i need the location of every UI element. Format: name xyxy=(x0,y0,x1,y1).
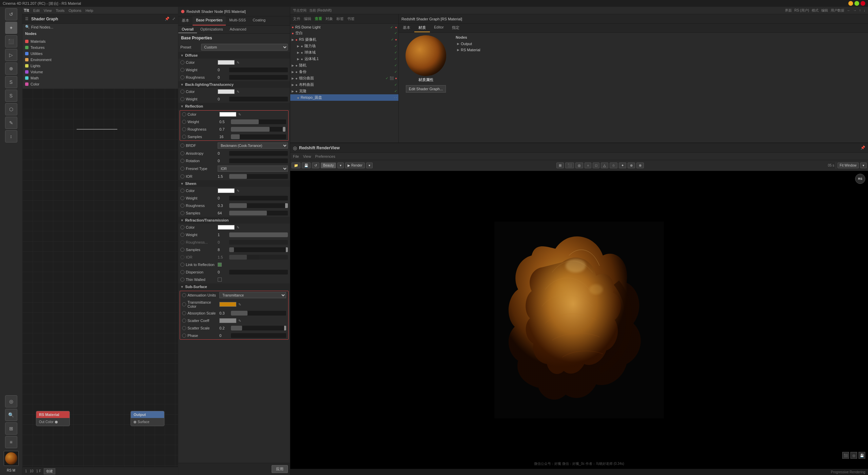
rotation-slider[interactable] xyxy=(229,158,288,163)
toolbar-btn-bottom-2[interactable]: 🔍 xyxy=(5,409,17,421)
ol-backup[interactable]: ▶ ● 备份 ✓ xyxy=(290,69,398,75)
refr-roughness-slider[interactable] xyxy=(229,240,288,245)
surface-port[interactable] xyxy=(134,421,136,423)
minimize-button[interactable] xyxy=(848,1,853,6)
back-lighting-section-header[interactable]: ▼ Back-lighting/Translucency xyxy=(178,81,290,88)
bl-color-swatch[interactable] xyxy=(218,89,235,94)
toolbar-btn-bottom-3[interactable]: ⊞ xyxy=(5,422,17,435)
toolbar-btn-7[interactable]: S xyxy=(5,90,17,102)
toolbar-btn-8[interactable]: ⬡ xyxy=(5,103,17,115)
node-type-textures[interactable]: Textures xyxy=(22,44,178,51)
bl-color-picker-icon[interactable]: ✎ xyxy=(236,90,240,94)
mat-tab-basic[interactable]: 基本 xyxy=(399,24,414,32)
node-type-utilities[interactable]: Utilities xyxy=(22,51,178,57)
user-data-btn[interactable]: 用户数据 xyxy=(831,8,844,13)
mode-btn[interactable]: 模式 xyxy=(812,8,818,13)
rv-bot-icon3[interactable]: 💾 xyxy=(859,452,865,459)
sub-surface-section-header[interactable]: ▼ Sub-Surface xyxy=(178,283,290,290)
outliner-content[interactable]: ● RS Dome Light ✓ ● ● 空白 ✓ ▶ ● RS 摄像机 xyxy=(290,24,398,142)
ref-color-swatch[interactable] xyxy=(219,112,236,117)
bl-weight-port[interactable] xyxy=(180,97,184,101)
dispersion-slider[interactable] xyxy=(229,270,288,274)
ol-sphere[interactable]: ▶ ● 球体域 ✓ xyxy=(290,49,398,56)
sheen-color-port[interactable] xyxy=(180,189,184,193)
rv-render-dropdown[interactable]: ▾ xyxy=(366,163,373,168)
refr-weight-port[interactable] xyxy=(180,233,184,237)
refr-color-swatch[interactable] xyxy=(218,225,235,230)
panel-pin-icon[interactable]: 📌 xyxy=(165,17,170,21)
sheen-weight-port[interactable] xyxy=(180,196,184,200)
toolbar-btn-6[interactable]: S xyxy=(5,76,17,88)
thin-walled-port[interactable] xyxy=(180,278,184,282)
scene-menu-file[interactable]: 文件 xyxy=(293,16,300,21)
ol-clone[interactable]: ▶ ● 克隆 ✓ xyxy=(290,88,398,94)
dispersion-port[interactable] xyxy=(180,270,184,274)
ol-far-field[interactable]: ▶ ● 远体域.1 ✓ xyxy=(290,56,398,62)
ref-samples-port[interactable] xyxy=(182,135,186,139)
sheen-roughness-port[interactable] xyxy=(180,204,184,208)
rv-bot-icon2[interactable]: ◎ xyxy=(850,452,857,459)
subtab-advanced[interactable]: Advanced xyxy=(226,26,250,33)
scatter-coeff-swatch[interactable] xyxy=(219,318,236,323)
refr-ior-port[interactable] xyxy=(180,255,184,259)
sheen-color-swatch[interactable] xyxy=(218,188,235,193)
ol-rs-dome-light[interactable]: ● RS Dome Light ✓ ● xyxy=(290,24,398,30)
menu-options[interactable]: Options xyxy=(68,8,81,13)
diffuse-color-swatch[interactable] xyxy=(218,60,235,65)
node-type-lights[interactable]: Lights xyxy=(22,63,178,69)
rv-icon-btn-5[interactable]: □ xyxy=(593,163,599,168)
toolbar-btn-9[interactable]: ✎ xyxy=(5,117,17,129)
node-type-materials[interactable]: Materials xyxy=(22,38,178,44)
transmittance-picker[interactable]: ✎ xyxy=(238,303,242,306)
ior-slider[interactable] xyxy=(229,174,288,179)
menu-tools[interactable]: Tools xyxy=(56,8,65,13)
ref-weight-slider[interactable] xyxy=(231,119,286,124)
scatter-scale-port[interactable] xyxy=(182,326,186,330)
diffuse-section-header[interactable]: ▼ Diffuse xyxy=(178,52,290,59)
render-canvas[interactable]: 微信公众号：好魔 微信：好魔_0c 作者：马晓好老师 (0.34s) RS ⬛ … xyxy=(290,171,868,469)
diffuse-weight-port[interactable] xyxy=(180,68,184,72)
refr-samples-port[interactable] xyxy=(180,248,184,252)
reflection-section-header[interactable]: ▼ Reflection xyxy=(178,103,290,110)
edit-btn[interactable]: 编辑 xyxy=(821,8,828,13)
ref-roughness-slider[interactable] xyxy=(231,127,286,132)
node-type-color[interactable]: Color xyxy=(22,81,178,87)
tab-base-properties[interactable]: Base Properties xyxy=(193,16,226,25)
link-reflection-checkbox[interactable] xyxy=(218,263,222,267)
diffuse-weight-slider[interactable] xyxy=(229,68,288,72)
ref-roughness-port[interactable] xyxy=(182,127,186,131)
toolbar-btn-bottom-4[interactable]: ≡ xyxy=(5,436,17,448)
rv-fit-window-btn[interactable]: Fit Window xyxy=(837,163,859,168)
transmittance-port[interactable] xyxy=(182,302,186,306)
tab-coating[interactable]: Coating xyxy=(249,16,269,25)
rv-icon-btn-4[interactable]: ○ xyxy=(585,163,591,168)
attenuation-port[interactable] xyxy=(182,293,186,297)
output-node[interactable]: Output Surface xyxy=(131,411,164,426)
refr-color-picker[interactable]: ✎ xyxy=(236,226,240,229)
scene-menu-edit[interactable]: 编辑 xyxy=(304,16,311,21)
fresnel-select[interactable]: IOR xyxy=(218,166,288,172)
nav-forward[interactable]: → xyxy=(853,8,856,12)
scene-menu-object[interactable]: 对象 xyxy=(326,16,333,21)
absorption-port[interactable] xyxy=(182,311,186,315)
toolbar-btn-bottom-1[interactable]: ◎ xyxy=(5,395,17,407)
link-ref-port[interactable] xyxy=(180,263,184,267)
mat-node-rs-material[interactable]: ▶ RS Material xyxy=(454,47,867,53)
maximize-button[interactable] xyxy=(854,1,859,6)
ol-subdivision[interactable]: ▶ ● 细分曲面 ✓ ⬛ ● xyxy=(290,75,398,81)
scatter-coeff-picker[interactable]: ✎ xyxy=(238,319,242,323)
rv-icon-btn-10[interactable]: ⊗ xyxy=(636,163,644,168)
rv-icon-btn-2[interactable]: ⬛ xyxy=(565,163,574,168)
rv-beauty-btn[interactable]: Beauty xyxy=(321,163,336,168)
rv-grid-btn[interactable]: ⊞ xyxy=(556,163,564,168)
ol-retopo[interactable]: ● Retopo_圆盘 · · xyxy=(290,94,398,101)
sheen-samples-port[interactable] xyxy=(180,211,184,215)
rv-btn-refresh[interactable]: ↺ xyxy=(312,163,319,168)
rv-btn-folder[interactable]: 📁 xyxy=(292,163,300,168)
ol-rs-camera[interactable]: ▶ ● RS 摄像机 ✓ ● xyxy=(290,36,398,43)
node-type-math[interactable]: Math xyxy=(22,75,178,81)
tab-basic[interactable]: 基本 xyxy=(178,16,193,25)
phase-port[interactable] xyxy=(182,334,186,338)
create-btn[interactable]: 创建 xyxy=(44,468,55,474)
attenuation-select[interactable]: Transmittance xyxy=(219,292,286,298)
